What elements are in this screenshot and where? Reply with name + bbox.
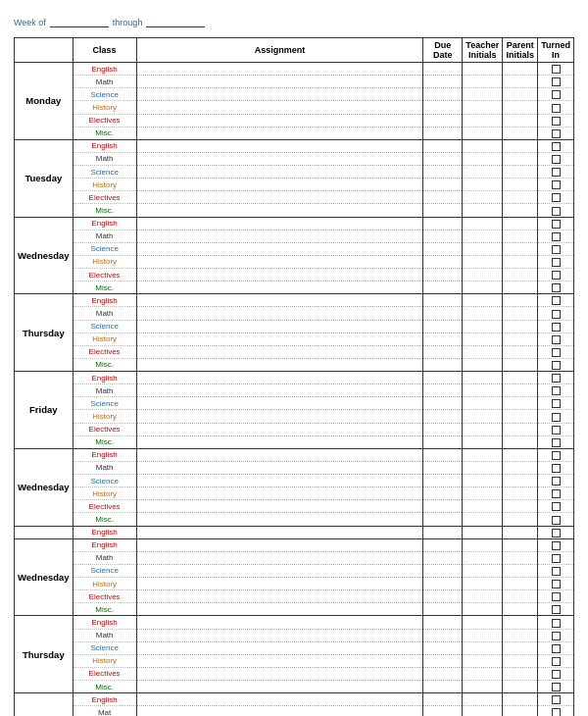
due-date-cell[interactable]: [423, 217, 463, 230]
checkbox-icon[interactable]: [552, 207, 561, 216]
due-date-cell[interactable]: [423, 564, 463, 577]
parent-initials-cell[interactable]: [503, 629, 538, 641]
turned-in-cell[interactable]: [538, 255, 574, 268]
checkbox-icon[interactable]: [552, 502, 561, 511]
due-date-cell[interactable]: [423, 641, 463, 654]
assignment-cell[interactable]: [136, 435, 423, 448]
turned-in-cell[interactable]: [538, 526, 574, 538]
checkbox-icon[interactable]: [552, 323, 561, 332]
due-date-cell[interactable]: [423, 551, 463, 564]
turned-in-cell[interactable]: [538, 538, 574, 551]
parent-initials-cell[interactable]: [503, 139, 538, 152]
due-date-cell[interactable]: [423, 384, 463, 397]
assignment-cell[interactable]: [136, 179, 423, 191]
checkbox-icon[interactable]: [552, 632, 561, 640]
due-date-cell[interactable]: [423, 63, 463, 76]
checkbox-icon[interactable]: [552, 695, 561, 704]
parent-initials-cell[interactable]: [503, 76, 538, 88]
parent-initials-cell[interactable]: [503, 345, 538, 358]
due-date-cell[interactable]: [423, 332, 463, 345]
due-date-cell[interactable]: [423, 88, 463, 101]
due-date-cell[interactable]: [423, 461, 463, 474]
parent-initials-cell[interactable]: [503, 307, 538, 320]
teacher-initials-cell[interactable]: [463, 255, 503, 268]
turned-in-cell[interactable]: [538, 179, 574, 191]
assignment-cell[interactable]: [136, 500, 423, 513]
parent-initials-cell[interactable]: [503, 590, 538, 603]
teacher-initials-cell[interactable]: [463, 166, 503, 179]
turned-in-cell[interactable]: [538, 139, 574, 152]
due-date-cell[interactable]: [423, 578, 463, 590]
checkbox-icon[interactable]: [552, 361, 561, 370]
checkbox-icon[interactable]: [552, 554, 561, 563]
turned-in-cell[interactable]: [538, 681, 574, 693]
checkbox-icon[interactable]: [552, 580, 561, 588]
checkbox-icon[interactable]: [552, 104, 561, 113]
due-date-cell[interactable]: [423, 423, 463, 435]
parent-initials-cell[interactable]: [503, 475, 538, 487]
due-date-cell[interactable]: [423, 372, 463, 384]
due-date-cell[interactable]: [423, 242, 463, 255]
due-date-cell[interactable]: [423, 255, 463, 268]
checkbox-icon[interactable]: [552, 592, 561, 601]
checkbox-icon[interactable]: [552, 670, 561, 679]
checkbox-icon[interactable]: [552, 438, 561, 447]
due-date-cell[interactable]: [423, 139, 463, 152]
checkbox-icon[interactable]: [552, 180, 561, 189]
teacher-initials-cell[interactable]: [463, 654, 503, 667]
checkbox-icon[interactable]: [552, 220, 561, 229]
teacher-initials-cell[interactable]: [463, 230, 503, 242]
assignment-cell[interactable]: [136, 320, 423, 332]
assignment-cell[interactable]: [136, 693, 423, 706]
checkbox-icon[interactable]: [552, 644, 561, 653]
teacher-initials-cell[interactable]: [463, 435, 503, 448]
due-date-cell[interactable]: [423, 654, 463, 667]
assignment-cell[interactable]: [136, 358, 423, 371]
turned-in-cell[interactable]: [538, 372, 574, 384]
parent-initials-cell[interactable]: [503, 578, 538, 590]
checkbox-icon[interactable]: [552, 155, 561, 164]
due-date-cell[interactable]: [423, 475, 463, 487]
teacher-initials-cell[interactable]: [463, 307, 503, 320]
assignment-cell[interactable]: [136, 475, 423, 487]
checkbox-icon[interactable]: [552, 258, 561, 267]
due-date-cell[interactable]: [423, 590, 463, 603]
assignment-cell[interactable]: [136, 590, 423, 603]
parent-initials-cell[interactable]: [503, 397, 538, 410]
teacher-initials-cell[interactable]: [463, 76, 503, 88]
parent-initials-cell[interactable]: [503, 166, 538, 179]
checkbox-icon[interactable]: [552, 477, 561, 486]
assignment-cell[interactable]: [136, 204, 423, 217]
assignment-cell[interactable]: [136, 629, 423, 641]
due-date-cell[interactable]: [423, 616, 463, 629]
turned-in-cell[interactable]: [538, 513, 574, 526]
checkbox-icon[interactable]: [552, 386, 561, 395]
assignment-cell[interactable]: [136, 307, 423, 320]
parent-initials-cell[interactable]: [503, 513, 538, 526]
checkbox-icon[interactable]: [552, 168, 561, 177]
assignment-cell[interactable]: [136, 230, 423, 242]
due-date-cell[interactable]: [423, 230, 463, 242]
turned-in-cell[interactable]: [538, 307, 574, 320]
due-date-cell[interactable]: [423, 204, 463, 217]
turned-in-cell[interactable]: [538, 204, 574, 217]
assignment-cell[interactable]: [136, 616, 423, 629]
parent-initials-cell[interactable]: [503, 410, 538, 423]
due-date-cell[interactable]: [423, 114, 463, 127]
checkbox-icon[interactable]: [552, 348, 561, 357]
assignment-cell[interactable]: [136, 603, 423, 616]
teacher-initials-cell[interactable]: [463, 629, 503, 641]
teacher-initials-cell[interactable]: [463, 538, 503, 551]
teacher-initials-cell[interactable]: [463, 114, 503, 127]
turned-in-cell[interactable]: [538, 551, 574, 564]
parent-initials-cell[interactable]: [503, 255, 538, 268]
parent-initials-cell[interactable]: [503, 217, 538, 230]
turned-in-cell[interactable]: [538, 629, 574, 641]
assignment-cell[interactable]: [136, 487, 423, 500]
assignment-cell[interactable]: [136, 538, 423, 551]
due-date-cell[interactable]: [423, 667, 463, 680]
assignment-cell[interactable]: [136, 101, 423, 114]
week-start-field[interactable]: [50, 18, 109, 27]
assignment-cell[interactable]: [136, 513, 423, 526]
assignment-cell[interactable]: [136, 706, 423, 716]
